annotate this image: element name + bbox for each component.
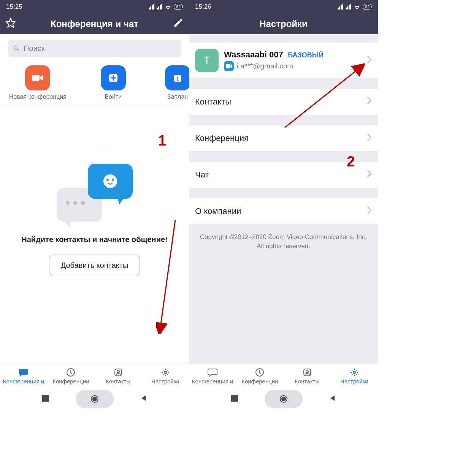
svg-rect-12 (42, 395, 49, 402)
status-indicators: 62 (338, 4, 372, 10)
tab-label: Конференции (241, 378, 278, 385)
avatar: T (195, 49, 219, 72)
gear-icon (161, 368, 170, 377)
tab-contacts[interactable]: Контакты (95, 364, 142, 388)
tab-label: Настройки (151, 378, 179, 385)
tab-meetings[interactable]: Конференции (236, 364, 283, 388)
schedule-button[interactable]: 1 Заплан (151, 65, 189, 100)
chevron-right-icon (367, 169, 372, 180)
settings-body: T Wassaaabi 007 БАЗОВЫЙ i.a***@gmail.com (189, 34, 378, 364)
plan-badge: БАЗОВЫЙ (288, 51, 324, 59)
tab-chat[interactable]: Конференция и (0, 364, 47, 388)
annotation-number-1: 1 (158, 133, 166, 149)
chat-bubble-icon (208, 368, 217, 377)
svg-line-1 (17, 49, 19, 51)
tab-contacts[interactable]: Контакты (284, 364, 331, 388)
empty-state: 1 Найдите контакты и начните общение! До… (0, 106, 189, 364)
nav-recent-icon[interactable] (42, 395, 49, 403)
tab-meetings[interactable]: Конференции (47, 364, 94, 388)
gear-icon (350, 368, 359, 377)
copyright-text: Copyright ©2012–2020 Zoom Video Communic… (189, 224, 378, 259)
svg-rect-21 (231, 395, 238, 402)
compose-icon[interactable] (173, 17, 184, 30)
action-label: Заплан (167, 93, 188, 100)
chevron-right-icon (367, 97, 372, 107)
svg-point-11 (164, 371, 167, 374)
nav-back-icon[interactable] (329, 395, 336, 403)
bottom-tabs: Конференция и Конференции Контакты Настр… (189, 364, 378, 388)
nav-home-button[interactable] (76, 390, 114, 408)
tab-label: Конференции (52, 378, 89, 385)
battery-indicator: 62 (174, 4, 183, 10)
signal-icon (157, 4, 162, 9)
search-input[interactable]: Поиск (8, 40, 181, 57)
status-indicators: 62 (149, 4, 183, 10)
settings-item-label: О компании (195, 206, 241, 216)
status-time: 15:26 (195, 3, 211, 11)
empty-state-text: Найдите контакты и начните общение! (21, 235, 167, 244)
tab-label: Конференция и (3, 378, 44, 385)
screen-1: 15:25 62 Конференция и чат Поиск (0, 0, 189, 410)
svg-point-23 (281, 397, 286, 401)
status-bar: 15:26 62 (189, 0, 378, 14)
nav-back-icon[interactable] (140, 395, 147, 403)
nav-home-button[interactable] (265, 390, 303, 408)
nav-recent-icon[interactable] (231, 395, 238, 403)
app-header: Конференция и чат (0, 14, 189, 34)
action-label: Войти (105, 93, 122, 100)
status-time: 15:25 (6, 3, 22, 11)
profile-row[interactable]: T Wassaaabi 007 БАЗОВЫЙ i.a***@gmail.com (189, 43, 378, 78)
tab-chat[interactable]: Конференция и (189, 364, 236, 388)
battery-indicator: 62 (363, 4, 372, 10)
settings-item-chat[interactable]: Чат (189, 162, 378, 188)
bottom-tabs: Конференция и Конференции Контакты Настр… (0, 364, 189, 388)
tab-label: Контакты (106, 378, 130, 385)
tab-label: Конференция и (192, 378, 233, 385)
signal-icon (346, 4, 351, 9)
new-meeting-button[interactable]: Новая конференция (0, 65, 76, 100)
chevron-right-icon (367, 55, 372, 65)
wifi-icon (354, 4, 360, 9)
clock-icon (255, 368, 264, 377)
android-nav-bar (189, 388, 378, 410)
settings-item-label: Конференция (195, 133, 249, 143)
screen-2: 15:26 62 Настройки T Wassaaabi 007 БАЗОВ… (189, 0, 378, 410)
settings-item-label: Чат (195, 170, 209, 180)
svg-rect-2 (32, 75, 40, 81)
chevron-right-icon (367, 133, 372, 144)
settings-item-contacts[interactable]: Контакты (189, 89, 378, 115)
calendar-icon: 1 (165, 65, 189, 90)
tab-settings[interactable]: Настройки (142, 364, 189, 388)
svg-point-19 (306, 370, 308, 373)
quick-actions: Новая конференция Войти 1 Заплан (0, 61, 189, 106)
signal-icon (149, 4, 154, 9)
chat-illustration (57, 164, 133, 225)
chevron-right-icon (367, 206, 372, 217)
search-icon (13, 45, 20, 52)
profile-name: Wassaaabi 007 (224, 50, 283, 59)
person-icon (303, 368, 312, 377)
add-contacts-button[interactable]: Добавить контакты (49, 255, 140, 276)
signal-icon (338, 4, 343, 9)
svg-point-10 (117, 370, 119, 373)
tab-label: Контакты (295, 378, 319, 385)
plus-icon (101, 65, 126, 90)
join-button[interactable]: Войти (76, 65, 151, 100)
action-label: Новая конференция (9, 93, 67, 100)
favorite-icon[interactable] (5, 17, 16, 30)
tab-settings[interactable]: Настройки (331, 364, 378, 388)
settings-item-about[interactable]: О компании (189, 198, 378, 224)
settings-item-label: Контакты (195, 97, 231, 107)
settings-item-conference[interactable]: Конференция (189, 125, 378, 151)
page-title: Настройки (259, 19, 308, 29)
svg-text:1: 1 (176, 76, 179, 82)
tab-label: Настройки (340, 378, 368, 385)
page-title: Конференция и чат (51, 19, 138, 29)
app-header: Настройки (189, 14, 378, 34)
video-icon (224, 61, 234, 71)
android-nav-bar (0, 388, 189, 410)
chat-bubble-icon (19, 368, 29, 377)
person-icon (114, 368, 123, 377)
svg-point-0 (14, 46, 18, 50)
search-placeholder: Поиск (24, 44, 44, 53)
